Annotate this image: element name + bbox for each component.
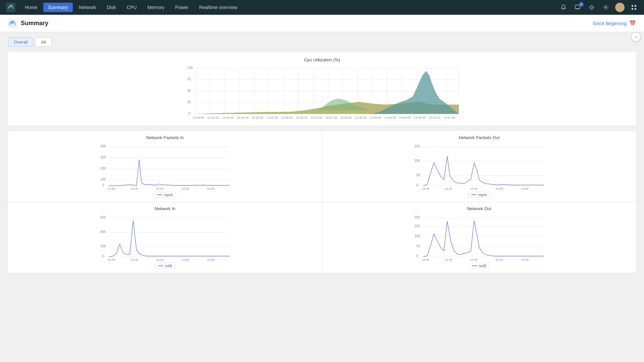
- net-out-svg: 200 150 100 50 0 14:30 14:35 14: [328, 214, 631, 261]
- nav-item-memory[interactable]: Memory: [143, 3, 169, 12]
- svg-text:200: 200: [415, 216, 420, 219]
- network-packets-grid: Network Packets In 400 300 200 100 0: [8, 131, 636, 202]
- svg-text:14:40: 14:40: [156, 187, 164, 190]
- svg-point-3: [591, 6, 593, 9]
- svg-text:14:35: 14:35: [445, 258, 452, 261]
- txpck-legend: txpck: [468, 192, 490, 198]
- svg-text:14:44:00: 14:44:00: [222, 116, 234, 119]
- svg-text:14:35: 14:35: [130, 258, 138, 261]
- svg-text:14:35: 14:35: [445, 187, 452, 190]
- network-bytes-grid: Network In 600 400 200 0 14:30 1: [8, 202, 636, 273]
- subheader-right: Since Beginning 📅: [593, 20, 636, 26]
- navbar-logo: [5, 2, 16, 13]
- svg-text:14:50:00: 14:50:00: [399, 116, 411, 119]
- theme-button[interactable]: [587, 3, 596, 12]
- net-packets-out-panel: Network Packets Out 150 100 50 0 14:30: [322, 131, 636, 202]
- svg-text:14:30: 14:30: [108, 187, 115, 190]
- svg-text:14:45: 14:45: [181, 258, 189, 261]
- navbar-right: 2: [559, 3, 639, 12]
- txkB-legend: txkB: [469, 263, 489, 269]
- rxkB-legend-line: [158, 265, 163, 266]
- svg-text:0: 0: [417, 183, 419, 187]
- svg-text:14:40: 14:40: [470, 258, 478, 261]
- svg-text:14:40: 14:40: [156, 258, 164, 261]
- svg-text:14:49:00: 14:49:00: [370, 116, 381, 119]
- svg-text:50: 50: [417, 244, 421, 248]
- chat-button[interactable]: 2: [573, 3, 582, 12]
- svg-text:14:45:00: 14:45:00: [252, 116, 263, 119]
- tab-bar: Overall All: [8, 38, 636, 47]
- svg-text:100: 100: [415, 234, 420, 238]
- rxpck-label: rxpck: [164, 193, 173, 197]
- apps-button[interactable]: [629, 3, 639, 12]
- settings-button[interactable]: [601, 3, 610, 12]
- net-packets-in-svg: 400 300 200 100 0 14:30 14:35 1: [13, 143, 317, 190]
- svg-text:14:51:30: 14:51:30: [443, 116, 455, 119]
- svg-text:400: 400: [100, 230, 106, 234]
- svg-text:50: 50: [187, 89, 191, 93]
- nav-item-summary[interactable]: Summary: [43, 3, 73, 12]
- txpck-label: txpck: [478, 193, 487, 197]
- since-beginning-link[interactable]: Since Beginning: [593, 21, 627, 26]
- nav-item-cpu[interactable]: CPU: [122, 3, 142, 12]
- net-packets-out-title: Network Packets Out: [328, 135, 631, 140]
- nav-item-disk[interactable]: Disk: [102, 3, 121, 12]
- cpu-chart-svg: 100 75 50 25 0: [15, 65, 629, 120]
- net-out-panel: Network Out 200 150 100 50 0: [322, 202, 636, 273]
- svg-text:400: 400: [100, 144, 106, 148]
- svg-text:25: 25: [187, 100, 191, 104]
- svg-text:75: 75: [187, 77, 191, 81]
- svg-text:0: 0: [102, 254, 104, 258]
- svg-text:600: 600: [100, 216, 106, 219]
- svg-text:14:30: 14:30: [108, 258, 115, 261]
- svg-text:100: 100: [100, 178, 106, 181]
- svg-text:14:40: 14:40: [470, 187, 478, 190]
- network-packets-card: Network Packets In 400 300 200 100 0: [8, 131, 636, 273]
- svg-text:150: 150: [415, 224, 420, 228]
- rxpck-legend: rxpck: [154, 192, 176, 198]
- net-out-legend: txkB: [328, 261, 631, 269]
- svg-text:14:43:30: 14:43:30: [207, 116, 219, 119]
- txkB-label: txkB: [479, 264, 486, 268]
- notifications-button[interactable]: [559, 3, 568, 12]
- svg-text:14:50: 14:50: [521, 258, 529, 261]
- net-in-legend: rxkB: [13, 261, 317, 269]
- tab-overall[interactable]: Overall: [8, 38, 33, 47]
- svg-text:14:50:30: 14:50:30: [414, 116, 426, 119]
- svg-text:14:30: 14:30: [422, 258, 430, 261]
- svg-rect-8: [635, 8, 636, 10]
- svg-text:0: 0: [189, 112, 191, 115]
- svg-text:14:50: 14:50: [521, 187, 529, 190]
- net-packets-in-legend: rxpck: [13, 190, 317, 198]
- net-packets-in-title: Network Packets In: [13, 135, 317, 140]
- svg-point-1: [10, 5, 11, 6]
- svg-text:14:50: 14:50: [207, 187, 215, 190]
- net-in-title: Network In: [13, 206, 317, 211]
- svg-text:150: 150: [415, 144, 420, 148]
- nav-item-home[interactable]: Home: [20, 3, 42, 12]
- nav-item-realtime[interactable]: Realtime overview: [195, 3, 242, 12]
- tab-all[interactable]: All: [35, 38, 51, 47]
- svg-rect-5: [632, 5, 633, 7]
- svg-text:200: 200: [100, 244, 106, 248]
- calendar-icon[interactable]: 📅: [629, 20, 636, 26]
- user-avatar[interactable]: [615, 3, 625, 12]
- net-packets-out-legend: txpck: [328, 190, 631, 198]
- svg-text:300: 300: [100, 156, 106, 159]
- svg-text:14:45:30: 14:45:30: [266, 116, 278, 119]
- rxkB-legend: rxkB: [155, 263, 175, 269]
- svg-text:50: 50: [417, 173, 421, 177]
- svg-text:14:43:00: 14:43:00: [193, 116, 204, 119]
- svg-text:14:49:30: 14:49:30: [384, 116, 396, 119]
- svg-rect-7: [632, 8, 633, 10]
- nav-item-power[interactable]: Power: [170, 3, 193, 12]
- svg-text:14:47:00: 14:47:00: [311, 116, 322, 119]
- svg-text:14:46:00: 14:46:00: [281, 116, 293, 119]
- main-content: Overall All Cpu Utilization (%) 100 75 5…: [0, 32, 644, 284]
- svg-text:14:45: 14:45: [496, 258, 503, 261]
- page-title: Summary: [21, 20, 48, 27]
- nav-item-network[interactable]: Network: [74, 3, 101, 12]
- svg-text:14:30: 14:30: [422, 187, 430, 190]
- txkB-legend-line: [472, 265, 477, 266]
- svg-text:14:45: 14:45: [496, 187, 503, 190]
